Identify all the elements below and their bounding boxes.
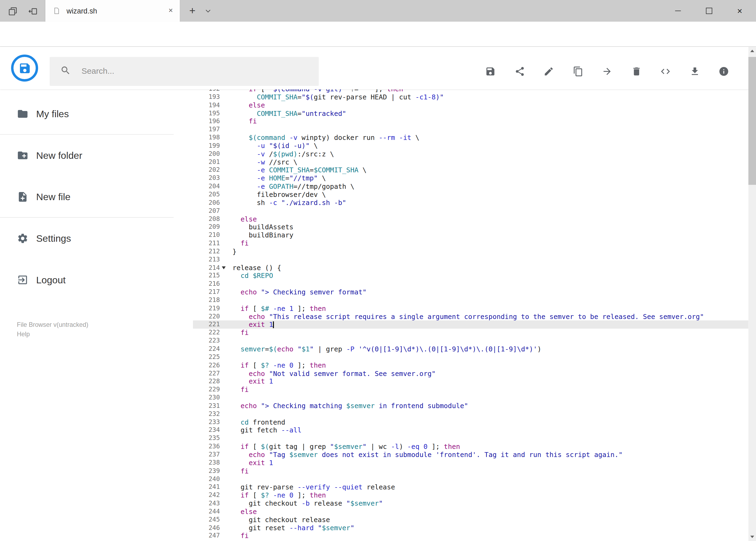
code-line-246[interactable]: 246 git reset --hard "$semver" <box>193 524 748 532</box>
code-line-234[interactable]: 234 git fetch --all <box>193 426 748 434</box>
page-scrollbar[interactable] <box>748 47 756 541</box>
code-line-237[interactable]: 237 echo "Tag $semver does not exist in … <box>193 451 748 459</box>
code-line-192[interactable]: 192 if [ "$(command -v git)" != "" ]; th… <box>193 89 748 93</box>
code-line-196[interactable]: 196 fi <box>193 118 748 126</box>
code-line-216[interactable]: 216 <box>193 280 748 288</box>
code-line-204[interactable]: 204 -e GOPATH=//tmp/gopath \ <box>193 183 748 191</box>
sidebar-item-new-file[interactable]: New file <box>0 184 193 211</box>
code-line-193[interactable]: 193 COMMIT_SHA="$(git rev-parse HEAD | c… <box>193 93 748 101</box>
code-text: echo "Tag $semver does not exist in subm… <box>227 451 623 459</box>
code-line-199[interactable]: 199 -u "$(id -u)" \ <box>193 142 748 150</box>
minimize-button[interactable] <box>662 0 693 22</box>
scroll-down-arrow[interactable] <box>748 533 756 541</box>
code-line-205[interactable]: 205 filebrowser/dev \ <box>193 191 748 199</box>
sidebar-item-new-folder[interactable]: New folder <box>0 142 193 169</box>
code-line-224[interactable]: 224 semver=$(echo "$1" | grep -P '^v(0|[… <box>193 345 748 353</box>
code-line-235[interactable]: 235 <box>193 434 748 442</box>
set-aside-tabs-icon[interactable] <box>7 5 18 17</box>
code-line-226[interactable]: 226 if [ $? -ne 0 ]; then <box>193 361 748 369</box>
rename-button[interactable] <box>534 60 564 83</box>
line-number: 213 <box>193 256 227 264</box>
code-line-223[interactable]: 223 <box>193 337 748 345</box>
rename-icon <box>544 66 554 77</box>
code-line-233[interactable]: 233 cd frontend <box>193 418 748 426</box>
delete-button[interactable] <box>622 60 651 83</box>
code-line-221[interactable]: 221 exit 1 <box>193 320 748 329</box>
close-window-button[interactable]: ✕ <box>724 0 755 22</box>
tab-list-chevron-icon[interactable] <box>205 7 212 16</box>
code-line-201[interactable]: 201 -w //src \ <box>193 158 748 166</box>
move-button[interactable] <box>593 60 622 83</box>
code-line-236[interactable]: 236 if [ $(git tag | grep "$semver" | wc… <box>193 443 748 451</box>
code-line-230[interactable]: 230 <box>193 394 748 402</box>
code-line-218[interactable]: 218 <box>193 296 748 304</box>
code-line-228[interactable]: 228 exit 1 <box>193 377 748 386</box>
code-line-225[interactable]: 225 <box>193 353 748 361</box>
code-line-203[interactable]: 203 -e HOME="//tmp" \ <box>193 174 748 182</box>
code-text: fi <box>227 239 249 248</box>
code-line-244[interactable]: 244 else <box>193 507 748 516</box>
code-line-198[interactable]: 198 $(command -v winpty) docker run --rm… <box>193 134 748 142</box>
code-line-219[interactable]: 219 if [ $# -ne 1 ]; then <box>193 304 748 312</box>
code-button[interactable] <box>651 60 680 83</box>
code-line-222[interactable]: 222 fi <box>193 329 748 337</box>
code-line-238[interactable]: 238 exit 1 <box>193 459 748 467</box>
new-tab-button[interactable]: + <box>185 0 200 22</box>
code-line-245[interactable]: 245 git checkout release <box>193 516 748 524</box>
info-button[interactable] <box>709 60 738 83</box>
code-line-220[interactable]: 220 echo "This release script requires a… <box>193 312 748 320</box>
code-line-241[interactable]: 241 git rev-parse --verify --quiet relea… <box>193 483 748 491</box>
code-line-242[interactable]: 242 if [ $? -ne 0 ]; then <box>193 491 748 499</box>
settings-icon <box>17 233 29 244</box>
help-link[interactable]: Help <box>17 329 89 339</box>
code-text: fi <box>227 467 249 475</box>
minimize-icon <box>675 11 681 11</box>
line-number: 197 <box>193 126 227 134</box>
code-line-239[interactable]: 239 fi <box>193 467 748 475</box>
code-line-209[interactable]: 209 buildAssets <box>193 223 748 231</box>
download-button[interactable] <box>680 60 709 83</box>
code-text: buildBinary <box>227 231 293 239</box>
copy-icon <box>573 66 583 77</box>
code-line-227[interactable]: 227 echo "Not valid semver format. See s… <box>193 369 748 377</box>
code-line-243[interactable]: 243 git checkout -b release "$semver" <box>193 499 748 507</box>
copy-button[interactable] <box>564 60 593 83</box>
code-line-229[interactable]: 229 fi <box>193 386 748 394</box>
scroll-up-arrow[interactable] <box>748 47 756 55</box>
code-line-208[interactable]: 208 else <box>193 215 748 223</box>
code-line-211[interactable]: 211 fi <box>193 239 748 248</box>
code-line-217[interactable]: 217 echo "> Checking semver format" <box>193 288 748 296</box>
tab-preview-icon[interactable] <box>27 5 39 17</box>
line-number: 219 <box>193 304 227 312</box>
share-button[interactable] <box>505 60 534 83</box>
code-line-210[interactable]: 210 buildBinary <box>193 231 748 239</box>
code-line-197[interactable]: 197 <box>193 126 748 134</box>
browser-tab[interactable]: wizard.sh ✕ <box>45 0 180 22</box>
code-editor[interactable]: 192 if [ "$(command -v git)" != "" ]; th… <box>193 89 748 541</box>
line-number: 231 <box>193 402 227 410</box>
code-line-194[interactable]: 194 else <box>193 101 748 109</box>
code-line-195[interactable]: 195 COMMIT_SHA="untracked" <box>193 109 748 118</box>
code-line-231[interactable]: 231 echo "> Checking matching $semver in… <box>193 402 748 410</box>
code-line-200[interactable]: 200 -v /$(pwd):/src:z \ <box>193 150 748 158</box>
sidebar-item-settings[interactable]: Settings <box>0 225 193 252</box>
code-line-232[interactable]: 232 <box>193 410 748 418</box>
sidebar-item-logout[interactable]: Logout <box>0 266 193 293</box>
code-line-202[interactable]: 202 -e COMMIT_SHA=$COMMIT_SHA \ <box>193 166 748 174</box>
code-line-213[interactable]: 213 <box>193 256 748 264</box>
search-input[interactable] <box>81 66 295 77</box>
maximize-button[interactable] <box>693 0 724 22</box>
sidebar-item-my-files[interactable]: My files <box>0 101 193 128</box>
code-line-206[interactable]: 206 sh -c "./wizard.sh -b" <box>193 199 748 207</box>
code-line-240[interactable]: 240 <box>193 475 748 483</box>
code-line-207[interactable]: 207 <box>193 207 748 215</box>
scrollbar-thumb[interactable] <box>748 57 756 185</box>
fold-toggle-icon[interactable] <box>222 266 226 269</box>
code-line-215[interactable]: 215 cd $REPO <box>193 272 748 280</box>
save-button[interactable] <box>476 60 505 83</box>
code-line-212[interactable]: 212} <box>193 248 748 256</box>
code-line-247[interactable]: 247 fi <box>193 532 748 540</box>
search-box[interactable] <box>50 57 319 86</box>
close-tab-button[interactable]: ✕ <box>168 0 173 22</box>
code-line-214[interactable]: 214release () { <box>193 264 748 272</box>
